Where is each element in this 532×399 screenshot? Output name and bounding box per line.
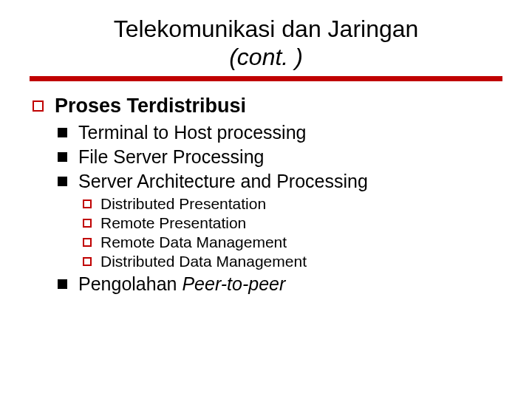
list-item: Terminal to Host processing bbox=[55, 122, 502, 143]
item-text: File Server Processing bbox=[78, 146, 264, 167]
item-text: Remote Presentation bbox=[100, 214, 246, 231]
list-item: Pengolahan Peer-to-peer bbox=[55, 273, 502, 295]
slide: Telekomunikasi dan Jaringan (cont. ) Pro… bbox=[0, 0, 532, 399]
list-item: Remote Data Management bbox=[78, 233, 502, 251]
list-item: Remote Presentation bbox=[78, 214, 502, 232]
heading-item: Proses Terdistribusi Terminal to Host pr… bbox=[30, 95, 502, 295]
item-text: Remote Data Management bbox=[100, 233, 287, 250]
slide-title: Telekomunikasi dan Jaringan (cont. ) bbox=[30, 15, 502, 72]
item-text: Server Architecture and Processing bbox=[78, 171, 368, 191]
list-item: Distributed Presentation bbox=[78, 195, 502, 213]
title-line-1: Telekomunikasi dan Jaringan bbox=[114, 16, 419, 42]
title-line-2: (cont. ) bbox=[229, 44, 303, 70]
bullet-list-level-3: Distributed Presentation Remote Presenta… bbox=[78, 195, 502, 270]
item-text-italic: Peer-to-peer bbox=[182, 273, 285, 294]
list-item: File Server Processing bbox=[55, 146, 502, 168]
list-item: Distributed Data Management bbox=[78, 253, 502, 270]
heading-text: Proses Terdistribusi bbox=[55, 95, 246, 117]
item-text: Distributed Data Management bbox=[100, 253, 307, 270]
item-text: Distributed Presentation bbox=[100, 195, 266, 212]
bullet-list-level-2: Terminal to Host processing File Server … bbox=[55, 122, 502, 295]
list-item: Server Architecture and Processing Distr… bbox=[55, 171, 502, 270]
item-text: Terminal to Host processing bbox=[78, 122, 306, 143]
title-rule bbox=[30, 76, 502, 81]
item-text-prefix: Pengolahan bbox=[78, 273, 182, 294]
bullet-list-level-1: Proses Terdistribusi Terminal to Host pr… bbox=[30, 95, 502, 295]
